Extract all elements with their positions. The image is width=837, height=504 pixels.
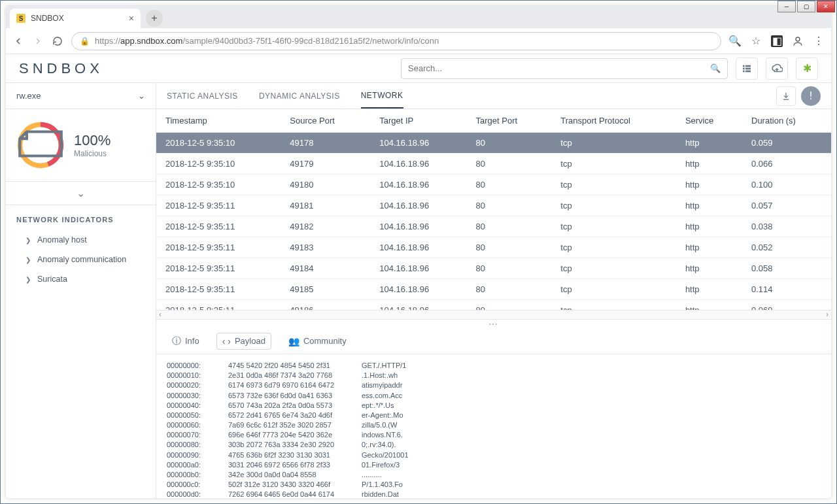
table-cell: 0.038 (742, 216, 831, 237)
document-icon (16, 120, 65, 171)
table-cell: 104.16.18.96 (370, 258, 466, 279)
table-cell: http (676, 258, 742, 279)
column-header[interactable]: Service (676, 109, 742, 133)
horizontal-scrollbar[interactable] (156, 310, 831, 319)
svg-rect-1 (743, 65, 745, 67)
window-minimize-button[interactable]: ─ (777, 1, 796, 12)
svg-rect-6 (745, 70, 751, 72)
svg-rect-4 (745, 65, 751, 67)
table-row[interactable]: 2018-12-5 9:35:1049179104.16.18.9680tcph… (156, 154, 831, 175)
table-cell: 104.16.18.96 (370, 216, 466, 237)
score-gauge: 100% Malicious (6, 109, 156, 182)
main-tab[interactable]: NETWORK (361, 83, 403, 109)
table-cell: 49182 (281, 216, 370, 237)
reload-button[interactable] (52, 35, 63, 47)
back-button[interactable] (12, 35, 24, 47)
pane-resize-handle[interactable]: ⋯ (156, 319, 831, 328)
file-selector[interactable]: rw.exe ⌄ (6, 83, 156, 109)
table-row[interactable]: 2018-12-5 9:35:1149181104.16.18.9680tcph… (156, 195, 831, 216)
detail-tab[interactable]: ‹ ›Payload (216, 333, 271, 350)
table-cell: 80 (467, 175, 552, 195)
main-tab[interactable]: STATIC ANALYSIS (167, 83, 238, 109)
sidebar-section-title: NETWORK INDICATORS (6, 205, 156, 230)
lock-icon: 🔒 (80, 37, 90, 46)
window-maximize-button[interactable]: ▢ (797, 1, 815, 12)
table-cell: 80 (467, 154, 552, 175)
column-header[interactable]: Transport Protocol (551, 109, 676, 133)
payload-hex-view: 00000000:4745 5420 2f20 4854 5450 2f31GE… (156, 354, 831, 498)
browser-tab[interactable]: S SNDBOX × (10, 8, 141, 28)
menu-icon[interactable]: ⋮ (813, 35, 825, 47)
table-cell: tcp (551, 300, 676, 311)
column-header[interactable]: Duration (s) (742, 109, 831, 133)
column-header[interactable]: Source Port (281, 109, 370, 133)
table-cell: tcp (551, 133, 676, 154)
table-cell: tcp (551, 279, 676, 300)
table-cell: 0.059 (742, 133, 831, 154)
detail-tab[interactable]: ⓘInfo (167, 333, 205, 350)
table-cell: 80 (467, 195, 552, 216)
bookmark-icon[interactable]: ☆ (750, 35, 762, 47)
tab-icon: 👥 (288, 336, 299, 346)
column-header[interactable]: Target IP (370, 109, 466, 133)
tab-label: Payload (235, 336, 265, 346)
zoom-icon[interactable]: 🔍 (729, 35, 741, 47)
table-row[interactable]: 2018-12-5 9:35:1149184104.16.18.9680tcph… (156, 258, 831, 279)
download-button[interactable] (776, 86, 796, 106)
table-cell: tcp (551, 175, 676, 195)
table-row[interactable]: 2018-12-5 9:35:1149183104.16.18.9680tcph… (156, 237, 831, 258)
info-button[interactable]: ! (801, 86, 821, 106)
search-field[interactable] (408, 63, 710, 73)
table-cell: 80 (467, 237, 552, 258)
logo-icon[interactable]: ✱ (796, 58, 818, 80)
column-header[interactable]: Timestamp (156, 109, 281, 133)
window-close-button[interactable]: ✕ (817, 1, 835, 12)
table-row[interactable]: 2018-12-5 9:35:1149185104.16.18.9680tcph… (156, 279, 831, 300)
table-cell: 49185 (281, 279, 370, 300)
table-cell: http (676, 195, 742, 216)
forward-button[interactable] (32, 35, 44, 47)
tab-close-icon[interactable]: × (129, 13, 134, 24)
address-bar[interactable]: 🔒 https://app.sndbox.com/sample/940d0bd3… (71, 32, 721, 50)
column-header[interactable]: Target Port (467, 109, 552, 133)
expand-toggle[interactable]: ⌄ (6, 182, 156, 205)
sidebar-item-label: Anomaly host (37, 235, 87, 244)
table-cell: http (676, 300, 742, 311)
table-cell: 49178 (281, 133, 370, 154)
table-cell: 0.069 (742, 300, 831, 311)
table-cell: 49181 (281, 195, 370, 216)
new-tab-button[interactable]: + (146, 10, 163, 27)
table-cell: tcp (551, 216, 676, 237)
table-cell: 0.114 (742, 279, 831, 300)
table-cell: 104.16.18.96 (370, 237, 466, 258)
table-cell: 80 (467, 300, 552, 311)
url-path: /sample/940d0bd3-75f1-46f0-99cd-818d2161… (182, 36, 439, 46)
table-cell: 2018-12-5 9:35:10 (156, 133, 281, 154)
table-cell: 104.16.18.96 (370, 133, 466, 154)
detail-tab[interactable]: 👥Community (283, 333, 352, 349)
table-row[interactable]: 2018-12-5 9:35:1049180104.16.18.9680tcph… (156, 175, 831, 195)
table-cell: 2018-12-5 9:35:11 (156, 300, 281, 311)
sidebar-item[interactable]: ❯Anomaly host (6, 230, 156, 250)
profile-icon[interactable] (792, 35, 804, 47)
table-cell: http (676, 154, 742, 175)
url-host: app.sndbox.com (120, 36, 182, 46)
table-cell: 0.066 (742, 154, 831, 175)
table-cell: 2018-12-5 9:35:11 (156, 195, 281, 216)
table-cell: 2018-12-5 9:35:11 (156, 216, 281, 237)
sidebar-item[interactable]: ❯Anomaly communication (6, 250, 156, 269)
search-icon[interactable]: 🔍 (710, 63, 721, 73)
main-tab[interactable]: DYNAMIC ANALYSIS (259, 83, 340, 109)
upload-button[interactable] (766, 58, 788, 80)
sidebar-item[interactable]: ❯Suricata (6, 269, 156, 289)
browser-tabstrip: S SNDBOX × + (6, 6, 831, 28)
extension-icon[interactable]: ◧ (771, 35, 783, 47)
svg-rect-2 (743, 67, 745, 69)
table-cell: 2018-12-5 9:35:11 (156, 237, 281, 258)
table-row[interactable]: 2018-12-5 9:35:1049178104.16.18.9680tcph… (156, 133, 831, 154)
grid-view-button[interactable] (736, 58, 758, 80)
search-input[interactable]: 🔍 (401, 58, 728, 79)
table-row[interactable]: 2018-12-5 9:35:1149186104.16.18.9680tcph… (156, 300, 831, 311)
connections-table: TimestampSource PortTarget IPTarget Port… (156, 109, 831, 310)
table-row[interactable]: 2018-12-5 9:35:1149182104.16.18.9680tcph… (156, 216, 831, 237)
